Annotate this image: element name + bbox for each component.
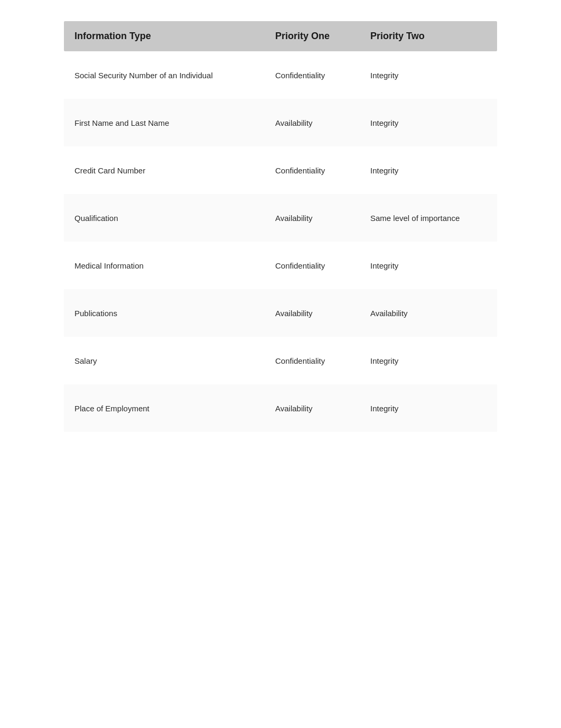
cell-priority-two: Integrity [370,165,487,176]
cell-info-type: Credit Card Number [74,165,275,176]
cell-priority-one: Availability [275,403,370,414]
cell-priority-one: Confidentiality [275,70,370,81]
cell-priority-one: Availability [275,308,370,319]
cell-priority-two: Integrity [370,117,487,128]
cell-info-type: First Name and Last Name [74,117,275,128]
cell-priority-two: Availability [370,308,487,319]
col-header-priority-one: Priority One [275,31,370,42]
table-row: QualificationAvailabilitySame level of i… [64,194,497,242]
cell-priority-one: Confidentiality [275,165,370,176]
table-row: Social Security Number of an IndividualC… [64,51,497,99]
cell-priority-one: Availability [275,117,370,128]
cell-info-type: Publications [74,308,275,319]
cell-priority-one: Availability [275,213,370,224]
cell-priority-two: Integrity [370,70,487,81]
cell-priority-two: Same level of importance [370,213,487,224]
table-row: Medical InformationConfidentialityIntegr… [64,242,497,289]
table-row: First Name and Last NameAvailabilityInte… [64,99,497,146]
cell-priority-two: Integrity [370,403,487,414]
cell-priority-one: Confidentiality [275,355,370,366]
table-row: Place of EmploymentAvailabilityIntegrity [64,384,497,432]
col-header-priority-two: Priority Two [370,31,487,42]
cell-info-type: Medical Information [74,260,275,271]
table-row: SalaryConfidentialityIntegrity [64,337,497,384]
cell-priority-two: Integrity [370,355,487,366]
cell-info-type: Qualification [74,213,275,224]
cell-info-type: Salary [74,355,275,366]
cell-priority-one: Confidentiality [275,260,370,271]
cell-info-type: Place of Employment [74,403,275,414]
table-body: Social Security Number of an IndividualC… [64,51,497,432]
main-table: Information Type Priority One Priority T… [64,21,497,432]
cell-priority-two: Integrity [370,260,487,271]
cell-info-type: Social Security Number of an Individual [74,70,275,81]
table-header: Information Type Priority One Priority T… [64,21,497,51]
table-row: Credit Card NumberConfidentialityIntegri… [64,146,497,194]
table-row: PublicationsAvailabilityAvailability [64,289,497,337]
col-header-info-type: Information Type [74,31,275,42]
